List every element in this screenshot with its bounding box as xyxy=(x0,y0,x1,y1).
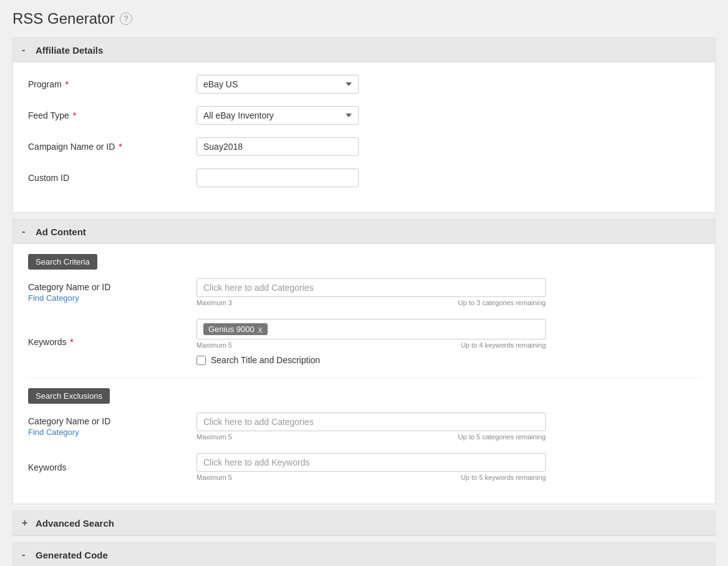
campaign-row: Campaign Name or ID * xyxy=(28,137,700,156)
exclusions-category-max: Maximum 5 xyxy=(197,433,232,441)
ad-content-section: - Ad Content Search Criteria Category Na… xyxy=(12,219,716,504)
generated-code-toggle: - xyxy=(22,549,31,560)
ad-content-body: Search Criteria Category Name or ID Find… xyxy=(13,244,715,504)
search-exclusions-button: Search Exclusions xyxy=(28,388,110,404)
advanced-search-toggle: + xyxy=(22,517,31,529)
search-title-desc-checkbox[interactable] xyxy=(197,356,206,365)
custom-id-label: Custom ID xyxy=(28,173,197,183)
advanced-search-section: + Advanced Search xyxy=(12,510,716,536)
search-criteria-button: Search Criteria xyxy=(28,254,97,270)
program-select[interactable]: eBay US eBay UK eBay DE eBay AU xyxy=(197,75,359,94)
exclusions-category-hints: Maximum 5 Up to 5 categories remaining xyxy=(197,433,546,441)
exclusions-category-row: Category Name or ID Find Category Click … xyxy=(28,412,700,441)
affiliate-details-toggle: - xyxy=(22,44,31,56)
criteria-keywords-input[interactable]: Genius 9000 x xyxy=(197,319,546,339)
criteria-category-label: Category Name or ID xyxy=(28,282,197,292)
ad-content-toggle: - xyxy=(22,226,31,237)
keyword-tag-close[interactable]: x xyxy=(258,325,263,334)
criteria-keywords-max: Maximum 5 xyxy=(197,341,232,349)
criteria-category-label-wrap: Category Name or ID Find Category xyxy=(28,282,197,303)
search-title-desc-label[interactable]: Search Title and Description xyxy=(211,355,320,365)
exclusions-category-input[interactable]: Click here to add Categories xyxy=(197,412,546,431)
criteria-category-input-wrap: Click here to add Categories Maximum 3 U… xyxy=(197,278,546,306)
search-title-desc-row: Search Title and Description xyxy=(197,355,546,365)
generated-code-section: - Generated Code xyxy=(12,542,716,566)
affiliate-details-header[interactable]: - Affiliate Details xyxy=(13,38,715,62)
exclusions-keywords-max: Maximum 5 xyxy=(197,474,232,481)
campaign-label: Campaign Name or ID * xyxy=(28,142,197,152)
search-criteria-btn-wrap: Search Criteria xyxy=(28,254,700,278)
criteria-keywords-label: Keywords * xyxy=(28,337,197,347)
exclusions-keywords-label: Keywords xyxy=(28,462,197,472)
feed-type-row: Feed Type * All eBay Inventory Custom Fe… xyxy=(28,106,700,125)
exclusions-keywords-input-wrap: Click here to add Keywords Maximum 5 Up … xyxy=(197,453,546,481)
criteria-find-category-link[interactable]: Find Category xyxy=(28,293,197,303)
exclusions-keywords-row: Keywords Click here to add Keywords Maxi… xyxy=(28,453,700,481)
exclusions-keywords-hints: Maximum 5 Up to 5 keywords remaining xyxy=(197,474,546,481)
feed-type-required: * xyxy=(73,110,76,120)
exclusions-keywords-input[interactable]: Click here to add Keywords xyxy=(197,453,546,472)
affiliate-details-body: Program * eBay US eBay UK eBay DE eBay A… xyxy=(13,62,715,212)
criteria-keywords-input-wrap: Genius 9000 x Maximum 5 Up to 4 keywords… xyxy=(197,319,546,365)
search-exclusions-btn-wrap: Search Exclusions xyxy=(28,388,700,412)
custom-id-row: Custom ID xyxy=(28,168,700,187)
exclusions-category-label-wrap: Category Name or ID Find Category xyxy=(28,416,197,437)
criteria-category-max: Maximum 3 xyxy=(197,299,232,306)
criteria-keywords-hints: Maximum 5 Up to 4 keywords remaining xyxy=(197,341,546,349)
ad-content-header[interactable]: - Ad Content xyxy=(13,220,715,244)
exclusions-category-input-wrap: Click here to add Categories Maximum 5 U… xyxy=(197,412,546,441)
exclusions-category-remaining: Up to 5 categories remaining xyxy=(458,433,546,441)
exclusions-find-category-link[interactable]: Find Category xyxy=(28,427,197,437)
exclusions-keywords-remaining: Up to 5 keywords remaining xyxy=(461,474,546,481)
program-label: Program * xyxy=(28,79,197,89)
criteria-keywords-remaining: Up to 4 keywords remaining xyxy=(461,341,546,349)
generated-code-title: Generated Code xyxy=(36,550,108,560)
campaign-input[interactable] xyxy=(197,137,359,156)
affiliate-details-title: Affiliate Details xyxy=(36,45,103,56)
page-title: RSS Generator ? xyxy=(12,10,716,27)
criteria-category-row: Category Name or ID Find Category Click … xyxy=(28,278,700,306)
criteria-category-hints: Maximum 3 Up to 3 categories remaining xyxy=(197,299,546,306)
exclusions-category-label: Category Name or ID xyxy=(28,416,197,426)
advanced-search-title: Advanced Search xyxy=(36,518,114,529)
advanced-search-header[interactable]: + Advanced Search xyxy=(13,511,715,535)
program-required: * xyxy=(66,79,69,89)
keyword-tag-genius9000: Genius 9000 x xyxy=(203,323,268,335)
program-row: Program * eBay US eBay UK eBay DE eBay A… xyxy=(28,75,700,94)
affiliate-details-section: - Affiliate Details Program * eBay US eB… xyxy=(12,37,716,213)
generated-code-header[interactable]: - Generated Code xyxy=(13,543,715,566)
section-divider xyxy=(28,378,700,378)
help-icon[interactable]: ? xyxy=(120,12,132,25)
feed-type-select[interactable]: All eBay Inventory Custom Feed Deals Fee… xyxy=(197,106,359,125)
criteria-category-remaining: Up to 3 categories remaining xyxy=(458,299,546,306)
criteria-keywords-required: * xyxy=(70,337,73,347)
campaign-required: * xyxy=(119,142,122,152)
feed-type-label: Feed Type * xyxy=(28,110,197,120)
criteria-category-input[interactable]: Click here to add Categories xyxy=(197,278,546,297)
criteria-keywords-row: Keywords * Genius 9000 x Maximum 5 Up to… xyxy=(28,319,700,365)
keyword-tag-label: Genius 9000 xyxy=(208,324,255,334)
custom-id-input[interactable] xyxy=(197,168,359,187)
ad-content-title: Ad Content xyxy=(36,227,86,237)
